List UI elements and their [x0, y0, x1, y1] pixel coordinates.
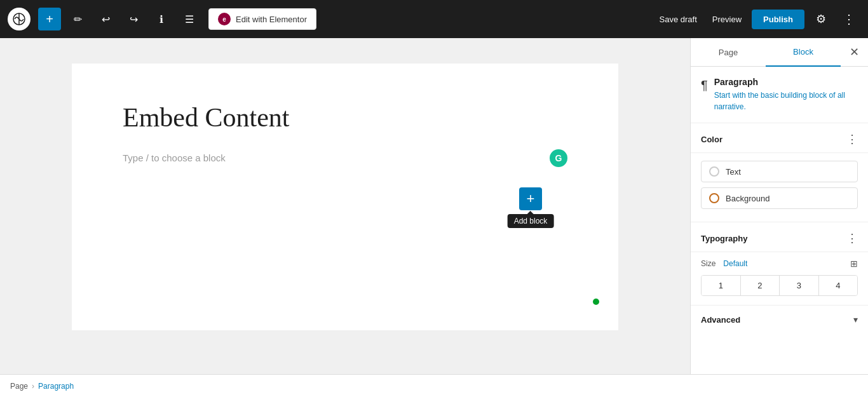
close-panel-button[interactable]: ✕	[841, 38, 868, 66]
color-section-title: Color	[701, 135, 722, 144]
size-btn-2[interactable]: 2	[741, 276, 780, 295]
add-block-icon: +	[527, 192, 535, 206]
add-block-toolbar-button[interactable]: +	[38, 8, 61, 30]
add-block-area: + Add block	[519, 187, 542, 210]
toolbar-right-actions: Save draft Preview Publish ⚙ ⋮	[654, 8, 860, 30]
size-default-value: Default	[723, 259, 747, 268]
save-draft-button[interactable]: Save draft	[654, 11, 702, 28]
elementor-logo-icon: e	[218, 13, 231, 25]
breadcrumb-current[interactable]: Paragraph	[38, 382, 74, 391]
breadcrumb-separator: ›	[32, 382, 34, 391]
color-options: Text Background	[691, 153, 868, 222]
page-canvas: Embed Content Type / to choose a block G…	[72, 64, 618, 330]
chevron-down-icon: ▾	[853, 314, 858, 325]
elementor-btn-label: Edit with Elementor	[236, 15, 307, 24]
typography-section: Typography ⋮ Size Default ⊞ 1 2 3 4	[691, 222, 868, 306]
list-view-button[interactable]: ☰	[178, 8, 201, 30]
add-block-tooltip: Add block	[508, 214, 554, 228]
size-buttons-group: 1 2 3 4	[701, 275, 858, 296]
size-filter-icon[interactable]: ⊞	[850, 259, 858, 269]
publish-button[interactable]: Publish	[752, 10, 804, 29]
typography-section-title: Typography	[701, 234, 747, 243]
right-panel: Page Block ✕ ¶ Paragraph Start with the …	[690, 38, 868, 374]
green-status-dot	[593, 299, 599, 305]
undo-button[interactable]: ↩	[94, 8, 117, 30]
editor-area: Embed Content Type / to choose a block G…	[0, 38, 690, 374]
add-block-button[interactable]: +	[519, 187, 542, 210]
more-options-button[interactable]: ⋮	[837, 8, 860, 30]
breadcrumb-bar: Page › Paragraph	[0, 374, 868, 397]
typography-section-header: Typography ⋮	[691, 222, 868, 252]
color-background-option[interactable]: Background	[701, 187, 858, 209]
advanced-section-title: Advanced	[701, 315, 740, 325]
paragraph-section: ¶ Paragraph Start with the basic buildin…	[691, 67, 868, 123]
breadcrumb-page[interactable]: Page	[10, 382, 28, 391]
advanced-section: Advanced ▾	[691, 306, 868, 333]
size-btn-3[interactable]: 3	[780, 276, 819, 295]
color-text-radio[interactable]	[709, 166, 719, 177]
paragraph-description: Start with the basic building block of a…	[714, 90, 858, 112]
size-btn-4[interactable]: 4	[819, 276, 858, 295]
page-title: Embed Content	[123, 102, 567, 133]
size-btn-1[interactable]: 1	[702, 276, 741, 295]
panel-tabs: Page Block ✕	[691, 38, 868, 67]
main-area: Embed Content Type / to choose a block G…	[0, 38, 868, 374]
edit-with-elementor-button[interactable]: e Edit with Elementor	[208, 8, 316, 30]
color-background-radio[interactable]	[709, 193, 719, 203]
top-toolbar: + ✏ ↩ ↪ ℹ ☰ e Edit with Elementor Save d…	[0, 0, 868, 38]
block-placeholder[interactable]: Type / to choose a block	[123, 152, 567, 163]
tab-page[interactable]: Page	[691, 38, 766, 66]
size-row: Size Default ⊞	[691, 252, 868, 275]
advanced-section-header[interactable]: Advanced ▾	[691, 306, 868, 333]
redo-button[interactable]: ↪	[122, 8, 145, 30]
typography-section-menu-button[interactable]: ⋮	[846, 231, 858, 245]
paragraph-info: Paragraph Start with the basic building …	[714, 77, 858, 112]
color-background-label: Background	[726, 194, 770, 203]
color-text-option[interactable]: Text	[701, 161, 858, 182]
settings-button[interactable]: ⚙	[810, 8, 832, 30]
paragraph-title: Paragraph	[714, 77, 858, 87]
grammarly-icon: G	[550, 149, 567, 167]
edit-pen-button[interactable]: ✏	[66, 8, 89, 30]
paragraph-desc-text: Start with the basic building block of	[714, 91, 836, 100]
size-label: Size	[701, 259, 715, 268]
info-button[interactable]: ℹ	[150, 8, 173, 30]
preview-button[interactable]: Preview	[707, 11, 747, 28]
tab-block[interactable]: Block	[766, 38, 841, 67]
paragraph-icon: ¶	[701, 78, 708, 93]
color-text-label: Text	[726, 167, 741, 177]
wp-logo[interactable]	[8, 8, 31, 30]
color-section-menu-button[interactable]: ⋮	[846, 132, 858, 146]
color-section-header: Color ⋮	[691, 123, 868, 153]
